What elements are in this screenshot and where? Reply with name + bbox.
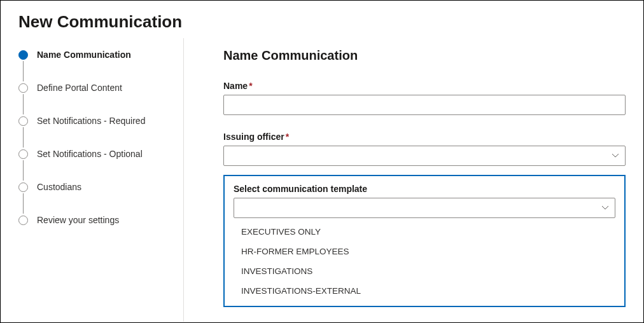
wizard-steps-sidebar: Name Communication Define Portal Content… [1, 38, 184, 322]
step-label: Define Portal Content [37, 83, 122, 93]
name-label: Name* [223, 81, 626, 91]
step-review-settings[interactable]: Review your settings [18, 214, 183, 226]
chevron-down-icon [602, 205, 608, 211]
step-indicator-icon [18, 83, 28, 93]
step-connector [23, 127, 24, 148]
section-title: Name Communication [223, 48, 626, 63]
form-panel: Name Communication Name* Issuing officer… [184, 38, 643, 322]
required-indicator: * [286, 132, 289, 142]
template-dropdown-list: EXECUTIVES ONLY HR-FORMER EMPLOYEES INVE… [234, 221, 615, 306]
chevron-down-icon [612, 153, 619, 159]
step-set-notifications-optional[interactable]: Set Notifications - Optional [18, 148, 183, 160]
template-option[interactable]: INVESTIGATIONS-EXTERNAL [234, 281, 615, 301]
step-indicator-icon [18, 149, 28, 159]
step-custodians[interactable]: Custodians [18, 181, 183, 193]
template-option[interactable]: EXECUTIVES ONLY [234, 222, 615, 242]
step-label: Set Notifications - Required [37, 116, 145, 126]
required-indicator: * [249, 81, 252, 91]
step-label: Name Communication [37, 50, 131, 60]
step-set-notifications-required[interactable]: Set Notifications - Required [18, 114, 183, 127]
layout: Name Communication Define Portal Content… [1, 38, 643, 322]
step-name-communication[interactable]: Name Communication [18, 48, 183, 61]
step-connector [23, 160, 24, 181]
template-option[interactable]: HR-FORMER EMPLOYEES [234, 242, 615, 261]
template-select[interactable] [234, 198, 615, 218]
step-connector [23, 61, 24, 81]
field-name: Name* [223, 81, 626, 115]
page-title: New Communication [1, 1, 643, 38]
step-label: Custodians [37, 182, 81, 192]
step-indicator-icon [18, 216, 28, 225]
step-define-portal-content[interactable]: Define Portal Content [18, 81, 183, 94]
field-issuing-officer: Issuing officer* [223, 132, 626, 166]
template-label: Select communication template [234, 184, 615, 194]
step-indicator-icon [18, 182, 28, 192]
step-label: Set Notifications - Optional [37, 149, 143, 159]
step-indicator-icon [18, 116, 28, 126]
issuing-officer-select[interactable] [223, 146, 626, 166]
issuing-officer-label: Issuing officer* [223, 132, 626, 142]
step-indicator-icon [18, 50, 28, 60]
step-connector [23, 94, 24, 114]
step-connector [23, 193, 24, 214]
name-input[interactable] [223, 95, 626, 115]
template-option[interactable]: INVESTIGATIONS [234, 261, 615, 281]
step-label: Review your settings [37, 215, 119, 225]
template-callout: Select communication template EXECUTIVES… [223, 175, 626, 307]
